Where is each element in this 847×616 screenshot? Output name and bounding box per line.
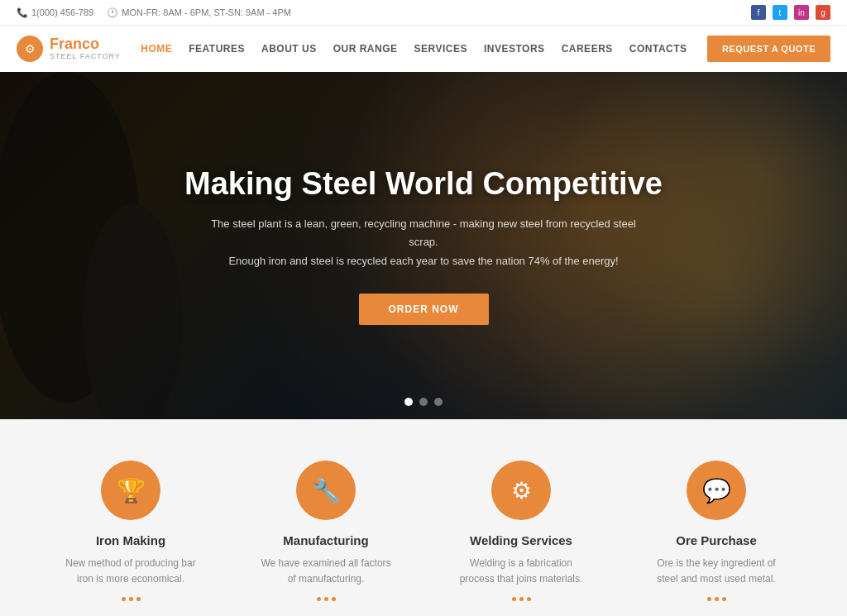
hero-dot-3[interactable]	[434, 398, 443, 406]
ore-dots	[707, 597, 726, 601]
top-bar-left: 📞 1(000) 456-789 🕐 MON-FR: 8AM - 6PM, ST…	[17, 7, 291, 18]
dot-2	[519, 597, 524, 601]
nav-range[interactable]: OUR RANGE	[333, 43, 398, 55]
phone-info: 📞 1(000) 456-789	[17, 7, 93, 18]
ore-title: Ore Purchase	[676, 533, 757, 547]
welding-title: Welding Services	[470, 533, 572, 547]
request-quote-button[interactable]: REQUEST A QUOTE	[707, 36, 830, 62]
header: ⚙ Franco STEEL FACTORY HOME FEATURES ABO…	[0, 26, 847, 72]
twitter-icon[interactable]: t	[773, 5, 787, 20]
main-nav: HOME FEATURES ABOUT US OUR RANGE SERVICE…	[141, 43, 687, 55]
instagram-icon[interactable]: in	[794, 5, 809, 20]
hero-dot-2[interactable]	[419, 398, 428, 406]
iron-making-title: Iron Making	[96, 533, 165, 547]
google-icon[interactable]: g	[816, 5, 830, 20]
welding-desc: Welding is a fabrication process that jo…	[455, 556, 587, 587]
service-item-welding: ⚙ Welding Services Welding is a fabricat…	[424, 461, 619, 601]
iron-making-desc: New method of producing bar iron is more…	[65, 556, 197, 587]
hero-dot-1[interactable]	[404, 398, 413, 406]
dot-3	[527, 597, 531, 601]
hours-info: 🕐 MON-FR: 8AM - 6PM, ST-SN: 9AM - 4PM	[107, 7, 291, 18]
dot-1	[512, 597, 516, 601]
manufacturing-icon: 🔧	[296, 461, 356, 520]
nav-investors[interactable]: INVESTORS	[484, 43, 545, 55]
brand-tagline: STEEL FACTORY	[50, 53, 121, 61]
gear-icon: ⚙	[25, 42, 36, 55]
dot-1	[317, 597, 321, 601]
hero-dots	[404, 398, 443, 406]
social-icons: f t in g	[751, 5, 830, 20]
hero-subtitle: The steel plant is a lean, green, recycl…	[208, 215, 639, 270]
service-item-iron: 🏆 Iron Making New method of producing ba…	[33, 461, 228, 601]
dot-1	[707, 597, 711, 601]
hero-content: Making Steel World Competitive The steel…	[0, 72, 847, 419]
dot-2	[715, 597, 719, 601]
iron-making-icon: 🏆	[101, 461, 160, 520]
hero-section: Making Steel World Competitive The steel…	[0, 72, 847, 419]
nav-contacts[interactable]: CONTACTS	[629, 43, 687, 55]
dot-2	[324, 597, 328, 601]
logo-icon: ⚙	[17, 36, 43, 62]
services-section: 🏆 Iron Making New method of producing ba…	[0, 419, 847, 616]
order-now-button[interactable]: ORDER NOW	[359, 294, 489, 325]
iron-making-dots	[122, 597, 141, 601]
dot-3	[136, 597, 141, 601]
ore-icon: 💬	[687, 461, 746, 520]
manufacturing-title: Manufacturing	[283, 533, 368, 547]
nav-features[interactable]: FEATURES	[189, 43, 245, 55]
hours-text: MON-FR: 8AM - 6PM, ST-SN: 9AM - 4PM	[122, 7, 291, 17]
manufacturing-dots	[317, 597, 336, 601]
nav-home[interactable]: HOME	[141, 43, 172, 55]
facebook-icon[interactable]: f	[751, 5, 766, 20]
clock-icon: 🕐	[107, 7, 118, 18]
service-item-manufacturing: 🔧 Manufacturing We have examined all fac…	[228, 461, 424, 601]
nav-services[interactable]: SERVICES	[414, 43, 467, 55]
nav-careers[interactable]: CAREERS	[562, 43, 613, 55]
dot-3	[722, 597, 726, 601]
nav-about[interactable]: ABOUT US	[261, 43, 317, 55]
welding-dots	[512, 597, 531, 601]
phone-icon: 📞	[17, 7, 28, 18]
top-bar: 📞 1(000) 456-789 🕐 MON-FR: 8AM - 6PM, ST…	[0, 0, 847, 26]
ore-desc: Ore is the key ingredient of steel and m…	[650, 556, 782, 587]
logo: ⚙ Franco STEEL FACTORY	[17, 36, 121, 62]
manufacturing-desc: We have examined all factors of manufact…	[260, 556, 392, 587]
hero-title: Making Steel World Competitive	[184, 166, 663, 202]
dot-2	[129, 597, 133, 601]
dot-3	[332, 597, 336, 601]
service-item-ore: 💬 Ore Purchase Ore is the key ingredient…	[619, 461, 814, 601]
welding-icon: ⚙	[491, 461, 551, 520]
phone-number: 1(000) 456-789	[31, 7, 93, 17]
logo-text: Franco STEEL FACTORY	[50, 36, 121, 61]
brand-name: Franco	[50, 36, 121, 53]
dot-1	[122, 597, 126, 601]
